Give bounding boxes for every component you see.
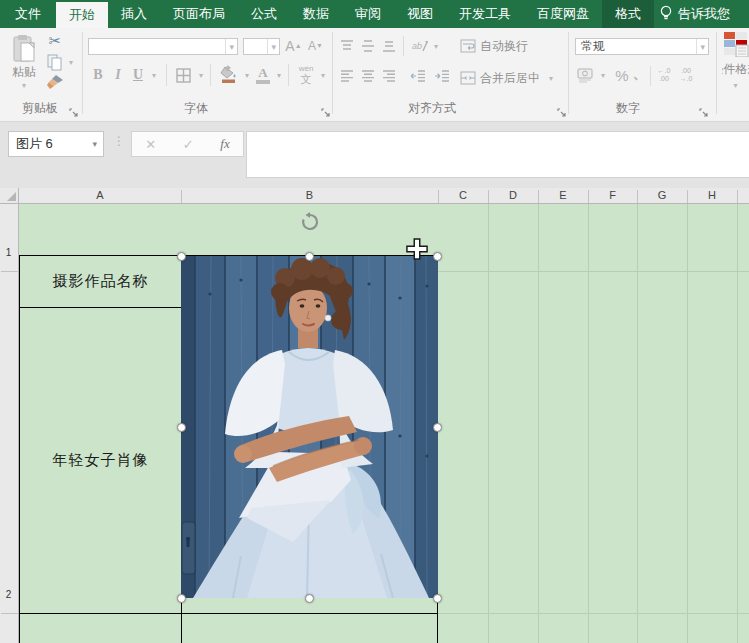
tell-me[interactable]: 告诉我您	[654, 0, 730, 28]
column-header-H[interactable]: H	[687, 189, 737, 201]
tab-page-layout[interactable]: 页面布局	[160, 0, 238, 28]
phonetic-dropdown-arrow[interactable]: ▾	[318, 70, 328, 80]
fill-color-button[interactable]	[218, 64, 240, 86]
underline-button[interactable]: U	[131, 66, 145, 84]
font-color-dropdown-arrow[interactable]: ▾	[274, 70, 284, 80]
copy-dropdown-arrow[interactable]: ▾	[66, 57, 76, 67]
column-separator[interactable]	[637, 190, 638, 203]
tab-view[interactable]: 视图	[394, 0, 446, 28]
merge-dropdown-arrow[interactable]: ▾	[546, 73, 556, 83]
comma-style-button[interactable]: 、	[634, 64, 646, 82]
alignment-dialog-launcher[interactable]	[557, 103, 567, 113]
column-header-B[interactable]: B	[181, 189, 438, 201]
align-left-button[interactable]	[338, 68, 355, 84]
column-header-A[interactable]: A	[19, 189, 181, 201]
rotate-handle[interactable]	[300, 212, 320, 236]
tab-review[interactable]: 审阅	[342, 0, 394, 28]
paste-button[interactable]: 粘贴 ▾	[6, 32, 42, 92]
merge-center-button[interactable]: 合并后居中	[460, 68, 540, 88]
tab-home[interactable]: 开始	[56, 2, 108, 28]
tab-file[interactable]: 文件	[0, 0, 56, 28]
resize-handle-bottom-left[interactable]	[177, 594, 186, 603]
column-header-C[interactable]: C	[438, 189, 488, 201]
font-color-button[interactable]: A	[254, 64, 272, 86]
formula-bar-splitter[interactable]: ⋮	[113, 134, 125, 148]
row-separator[interactable]	[1, 271, 18, 272]
underline-dropdown-arrow[interactable]: ▾	[149, 70, 159, 80]
tab-baidu-netdisk[interactable]: 百度网盘	[524, 0, 602, 28]
font-name-combo[interactable]: ▾	[88, 38, 238, 55]
insert-function-button[interactable]: fx	[220, 136, 229, 152]
name-box[interactable]: 图片 6 ▾	[8, 131, 104, 157]
resize-handle-mid-right[interactable]	[433, 423, 442, 432]
grow-font-icon: A	[285, 38, 294, 54]
column-separator[interactable]	[181, 190, 182, 203]
align-center-button[interactable]	[359, 68, 376, 84]
orientation-dropdown-arrow[interactable]: ▾	[431, 41, 441, 51]
tab-format-contextual[interactable]: 格式	[602, 0, 654, 28]
increase-font-button[interactable]: A▲	[284, 36, 303, 55]
resize-handle-bottom-right[interactable]	[433, 594, 442, 603]
cell-A1[interactable]: 摄影作品名称	[20, 256, 181, 307]
format-painter-button[interactable]	[44, 73, 66, 91]
clipboard-dialog-launcher[interactable]	[69, 103, 79, 113]
formula-bar-input[interactable]	[246, 131, 749, 178]
select-all-corner[interactable]	[0, 188, 19, 204]
number-dialog-launcher[interactable]	[699, 103, 709, 113]
tab-formulas[interactable]: 公式	[238, 0, 290, 28]
row-separator[interactable]	[1, 613, 18, 614]
tab-data[interactable]: 数据	[290, 0, 342, 28]
resize-handle-bottom-center[interactable]	[305, 594, 314, 603]
borders-button[interactable]	[174, 66, 192, 84]
accounting-dropdown-arrow[interactable]: ▾	[598, 70, 608, 80]
decrease-decimal-button[interactable]: .00 →.0	[676, 66, 696, 84]
number-format-combo[interactable]: 常规 ▾	[575, 38, 709, 55]
row-header-2[interactable]: 2	[0, 589, 17, 600]
font-size-combo[interactable]: ▾	[243, 38, 280, 55]
column-header-D[interactable]: D	[488, 189, 538, 201]
column-header-G[interactable]: G	[637, 189, 687, 201]
cell-grid[interactable]: 摄影作品名称 图片 年轻女子肖像	[19, 204, 749, 643]
column-separator[interactable]	[588, 190, 589, 203]
font-dialog-launcher[interactable]	[321, 103, 331, 113]
accounting-format-button[interactable]	[576, 66, 596, 84]
decrease-font-button[interactable]: A▼	[306, 36, 325, 55]
column-headers: A B C D E F G H	[0, 188, 749, 204]
cut-button[interactable]: ✂	[44, 32, 66, 50]
fill-color-dropdown-arrow[interactable]: ▾	[242, 70, 252, 80]
resize-handle-top-right[interactable]	[433, 252, 442, 261]
column-header-E[interactable]: E	[538, 189, 588, 201]
tab-insert[interactable]: 插入	[108, 0, 160, 28]
resize-handle-top-left[interactable]	[177, 252, 186, 261]
tab-developer[interactable]: 开发工具	[446, 0, 524, 28]
wrap-text-button[interactable]: 自动换行	[460, 36, 528, 56]
decrease-indent-button[interactable]	[408, 68, 428, 84]
conditional-formatting-button[interactable]: 条件格式 ▾	[722, 31, 749, 111]
column-separator[interactable]	[687, 190, 688, 203]
phonetic-guide-button[interactable]: wén 文	[294, 63, 318, 87]
italic-button[interactable]: I	[111, 66, 125, 84]
picture-portrait-of-young-woman[interactable]	[181, 256, 438, 598]
column-separator[interactable]	[438, 190, 439, 203]
borders-dropdown-arrow[interactable]: ▾	[196, 70, 206, 80]
cancel-button[interactable]: ✕	[145, 137, 156, 152]
top-align-button[interactable]	[338, 38, 355, 54]
bottom-align-button[interactable]	[380, 38, 397, 54]
percent-style-button[interactable]: %	[612, 66, 632, 84]
column-header-F[interactable]: F	[588, 189, 637, 201]
column-separator[interactable]	[538, 190, 539, 203]
row-header-1[interactable]: 1	[0, 247, 17, 258]
bold-button[interactable]: B	[90, 66, 106, 84]
align-right-button[interactable]	[380, 68, 397, 84]
column-separator[interactable]	[737, 190, 738, 203]
increase-indent-button[interactable]	[432, 68, 452, 84]
copy-button[interactable]	[45, 53, 65, 71]
increase-decimal-button[interactable]: ←.0 .00	[654, 66, 674, 84]
resize-handle-top-center[interactable]	[305, 252, 314, 261]
middle-align-button[interactable]	[359, 38, 376, 54]
cell-A2[interactable]: 年轻女子肖像	[20, 308, 181, 613]
enter-button[interactable]: ✓	[183, 137, 194, 152]
column-separator[interactable]	[488, 190, 489, 203]
orientation-button[interactable]: ab	[409, 36, 429, 56]
resize-handle-mid-left[interactable]	[177, 423, 186, 432]
